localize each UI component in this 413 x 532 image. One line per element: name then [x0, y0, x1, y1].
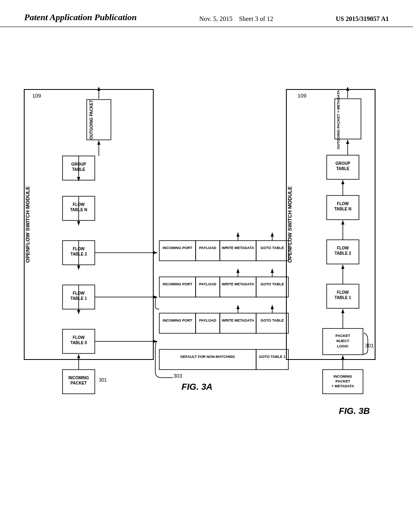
svg-text:FLOW: FLOW — [337, 246, 349, 250]
svg-text:INCOMING: INCOMING — [334, 374, 352, 378]
svg-marker-120 — [341, 180, 344, 184]
svg-marker-83 — [271, 305, 274, 309]
sheet-info: Sheet 3 of 12 — [239, 15, 273, 22]
svg-text:FLOW: FLOW — [337, 290, 349, 295]
svg-rect-0 — [24, 89, 153, 360]
svg-marker-81 — [271, 269, 274, 273]
svg-text:TABLE: TABLE — [336, 166, 350, 171]
svg-marker-75 — [236, 269, 240, 273]
svg-text:OUTGOING PACKET + METADATA: OUTGOING PACKET + METADATA — [336, 90, 340, 149]
svg-marker-79 — [271, 233, 274, 237]
svg-marker-22 — [77, 310, 80, 314]
svg-text:GOTO TABLE: GOTO TABLE — [261, 318, 284, 322]
svg-text:PACKET: PACKET — [336, 379, 350, 383]
svg-text:TABLE 0: TABLE 0 — [71, 341, 87, 345]
svg-rect-44 — [159, 241, 196, 261]
svg-text:109: 109 — [32, 93, 41, 99]
osm-label-3a: OPENFLOW SWITCH MODULE — [25, 186, 31, 263]
svg-text:109: 109 — [298, 93, 307, 99]
svg-rect-50 — [256, 241, 288, 261]
svg-text:TABLE 2: TABLE 2 — [335, 251, 351, 256]
page: Patent Application Publication Nov. 5, 2… — [0, 0, 413, 532]
svg-text:GROUP: GROUP — [336, 161, 350, 166]
svg-text:TABLE 1: TABLE 1 — [335, 295, 351, 300]
fig3a-label: FIG. 3A — [181, 382, 213, 392]
svg-text:INCOMING: INCOMING — [68, 376, 89, 380]
svg-text:GOTO TABLE 1: GOTO TABLE 1 — [259, 355, 286, 359]
svg-text:INCOMING PORT: INCOMING PORT — [163, 246, 192, 250]
svg-rect-56 — [220, 277, 256, 297]
svg-marker-30 — [97, 141, 100, 145]
diagram-svg: OPENFLOW SWITCH MODULE FLOW TABLE 0 FLOW… — [0, 27, 413, 503]
svg-rect-58 — [256, 277, 288, 297]
svg-marker-42 — [153, 251, 157, 254]
svg-text:LOGIC: LOGIC — [337, 344, 349, 348]
svg-text:PAYLOAD: PAYLOAD — [199, 246, 217, 250]
svg-marker-112 — [341, 355, 344, 360]
svg-text:GOTO TABLE: GOTO TABLE — [261, 282, 284, 286]
svg-rect-52 — [159, 277, 196, 297]
svg-marker-24 — [77, 266, 80, 270]
svg-rect-62 — [196, 313, 220, 333]
svg-rect-48 — [220, 241, 256, 261]
svg-rect-60 — [159, 313, 196, 333]
diagram-area: OPENFLOW SWITCH MODULE FLOW TABLE 0 FLOW… — [0, 27, 413, 503]
svg-text:INCOMING PORT: INCOMING PORT — [163, 318, 192, 322]
svg-rect-54 — [196, 277, 220, 297]
svg-rect-64 — [220, 313, 256, 333]
publication-title: Patent Application Publication — [24, 12, 137, 23]
svg-text:PACKET: PACKET — [336, 334, 350, 338]
svg-text:PACKET: PACKET — [71, 381, 87, 385]
svg-text:+ METADATA: + METADATA — [332, 384, 355, 388]
svg-text:301: 301 — [365, 343, 374, 349]
svg-text:DEFAULT FOR NON-MATCHING: DEFAULT FOR NON-MATCHING — [180, 355, 235, 359]
svg-marker-114 — [341, 309, 344, 313]
svg-marker-89 — [346, 87, 349, 91]
svg-rect-70 — [256, 349, 288, 370]
svg-marker-19 — [97, 87, 100, 91]
svg-text:301: 301 — [99, 377, 107, 383]
svg-rect-84 — [286, 89, 375, 360]
svg-text:303: 303 — [173, 373, 182, 379]
publication-date-sheet: Nov. 5, 2015 Sheet 3 of 12 — [199, 15, 273, 23]
svg-rect-46 — [196, 241, 220, 261]
svg-text:INCOMING PORT: INCOMING PORT — [163, 282, 192, 286]
svg-rect-66 — [256, 313, 288, 333]
svg-text:PAYLOAD: PAYLOAD — [199, 318, 217, 322]
svg-text:WRITE METADATA: WRITE METADATA — [222, 318, 254, 322]
svg-text:INJECT: INJECT — [336, 339, 350, 343]
svg-rect-68 — [159, 349, 256, 370]
svg-text:GOTO TABLE: GOTO TABLE — [261, 246, 284, 250]
svg-marker-26 — [77, 221, 80, 225]
page-header: Patent Application Publication Nov. 5, 2… — [0, 0, 413, 27]
svg-text:FLOW: FLOW — [337, 202, 349, 206]
svg-text:WRITE METADATA: WRITE METADATA — [222, 282, 254, 286]
svg-marker-77 — [236, 305, 240, 309]
svg-text:OUTGOING PACKET: OUTGOING PACKET — [89, 100, 94, 139]
svg-marker-122 — [346, 140, 349, 144]
publication-date: Nov. 5, 2015 — [199, 15, 233, 22]
svg-text:PAYLOAD: PAYLOAD — [199, 282, 217, 286]
svg-text:FLOW: FLOW — [73, 335, 85, 340]
svg-marker-116 — [341, 265, 344, 269]
patent-number: US 2015/319057 A1 — [336, 15, 389, 23]
svg-text:TABLE N: TABLE N — [334, 207, 352, 211]
svg-marker-73 — [236, 233, 240, 237]
svg-marker-35 — [77, 354, 80, 358]
svg-marker-118 — [341, 220, 344, 224]
svg-text:WRITE METADATA: WRITE METADATA — [222, 246, 254, 250]
osm-label-3b: OPENFLOW SWITCH MODULE — [287, 186, 293, 263]
fig3b-label: FIG. 3B — [339, 406, 370, 416]
